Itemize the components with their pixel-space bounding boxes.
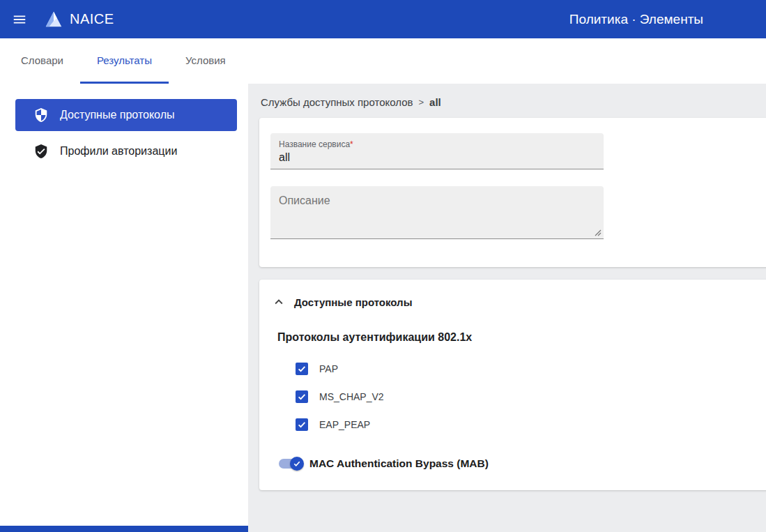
checkbox-label: EAP_PEAP [319,419,370,430]
breadcrumb-separator: > [418,97,424,107]
hamburger-menu-icon[interactable] [11,11,28,28]
sidebar: Доступные протоколы Профили авторизации [0,84,248,532]
chevron-up-icon [271,294,286,310]
shield-check-icon [33,144,49,159]
tab-results[interactable]: Результаты [80,38,169,84]
protocol-row-pap: PAP [270,355,766,383]
protocols-section-header: Доступные протоколы [270,294,766,310]
tabs-bar: Словари Результаты Условия [0,38,766,84]
naice-logo-icon [43,9,64,30]
sidebar-bottom-bar [0,526,248,532]
hamburger-icon-glyph [12,12,27,27]
checkbox-label: PAP [319,363,338,374]
service-name-field[interactable]: Название сервиса* all [270,133,604,169]
required-asterisk: * [350,139,353,149]
protocols-section-title: Доступные протоколы [294,296,412,308]
checkbox-eap-peap[interactable] [296,418,308,431]
auth-protocols-group-title: Протоколы аутентификации 802.1x [277,331,766,344]
content-wrap: Доступные протоколы Профили авторизации … [0,84,766,532]
service-name-value: all [279,151,290,163]
description-field[interactable]: Описание [270,186,604,239]
sidebar-item-label: Доступные протоколы [60,109,174,121]
check-icon [297,392,307,402]
tab-dictionaries[interactable]: Словари [4,38,80,84]
sidebar-item-authorization-profiles[interactable]: Профили авторизации [15,135,237,167]
page-title: Политика · Элементы [569,12,703,27]
check-icon [293,459,301,468]
tab-conditions[interactable]: Условия [169,38,243,84]
mab-toggle-label: MAC Authentication Bypass (MAB) [309,457,489,470]
app-bar: NAICE Политика · Элементы [0,0,766,38]
service-form-card: Название сервиса* all Описание [259,118,766,267]
breadcrumb: Службы доступных протоколов > all [261,96,766,108]
service-name-label: Название сервиса* [279,139,595,149]
description-placeholder: Описание [279,195,330,206]
sidebar-item-label: Профили авторизации [60,145,177,158]
checkbox-ms-chap-v2[interactable] [296,390,308,403]
mab-toggle[interactable] [277,457,302,471]
mab-toggle-row: MAC Authentication Bypass (MAB) [270,457,766,471]
checkbox-label: MS_CHAP_V2 [319,391,384,402]
checkbox-pap[interactable] [296,363,308,375]
toggle-thumb [290,457,304,471]
protocol-row-eap-peap: EAP_PEAP [270,411,766,439]
protocol-row-ms-chap-v2: MS_CHAP_V2 [270,383,766,411]
breadcrumb-current: all [429,96,441,108]
sidebar-item-available-protocols[interactable]: Доступные протоколы [15,99,237,131]
resize-handle-icon[interactable] [595,229,602,236]
collapse-section-button[interactable] [270,294,287,310]
protocols-card: Доступные протоколы Протоколы аутентифик… [259,280,766,490]
breadcrumb-section[interactable]: Службы доступных протоколов [261,96,413,108]
check-icon [297,364,307,374]
brand: NAICE [43,9,114,30]
check-icon [297,420,307,430]
shield-icon [33,107,49,123]
brand-name: NAICE [70,11,114,27]
main-content: Службы доступных протоколов > all Назван… [248,84,766,532]
